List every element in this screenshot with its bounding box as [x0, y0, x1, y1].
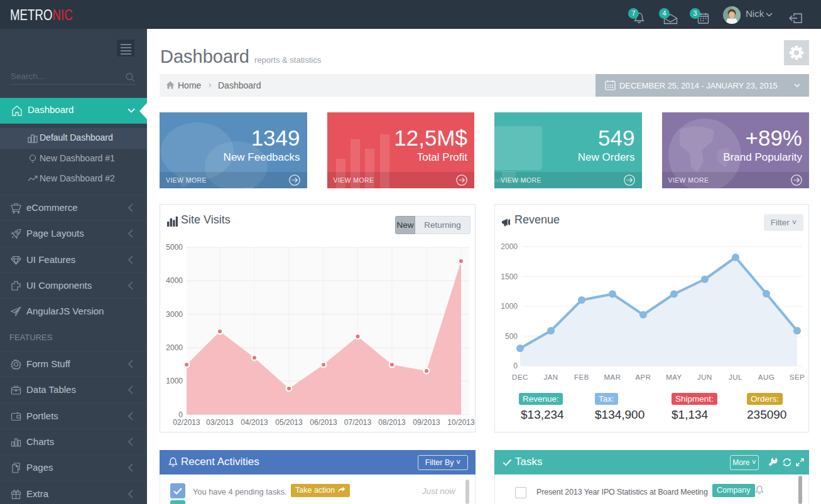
- svg-text:3000: 3000: [166, 310, 183, 319]
- svg-text:JUL: JUL: [729, 373, 742, 381]
- svg-text:1000: 1000: [501, 302, 518, 311]
- svg-text:05/2013: 05/2013: [275, 418, 303, 427]
- svg-text:APR: APR: [635, 373, 651, 381]
- svg-text:1500: 1500: [501, 272, 518, 281]
- svg-text:10/2013: 10/2013: [447, 418, 475, 427]
- svg-text:MAR: MAR: [604, 373, 621, 381]
- svg-text:02/2013: 02/2013: [173, 418, 200, 427]
- svg-text:04/2013: 04/2013: [241, 418, 268, 427]
- svg-text:JUN: JUN: [697, 373, 712, 381]
- svg-text:AUG: AUG: [758, 373, 775, 381]
- svg-text:SEP: SEP: [790, 373, 805, 381]
- svg-text:2000: 2000: [501, 242, 518, 251]
- svg-text:5000: 5000: [166, 243, 183, 252]
- svg-text:4000: 4000: [166, 276, 183, 285]
- svg-text:0: 0: [513, 362, 518, 370]
- svg-text:DEC: DEC: [512, 373, 528, 381]
- svg-text:03/2013: 03/2013: [206, 418, 234, 427]
- svg-text:500: 500: [505, 332, 518, 341]
- svg-text:08/2013: 08/2013: [378, 418, 406, 427]
- svg-text:1000: 1000: [166, 377, 183, 385]
- svg-text:2000: 2000: [166, 343, 183, 352]
- svg-text:FEB: FEB: [574, 373, 589, 381]
- svg-text:07/2013: 07/2013: [344, 418, 372, 427]
- svg-text:JAN: JAN: [543, 373, 558, 381]
- svg-text:09/2013: 09/2013: [413, 418, 440, 427]
- svg-text:06/2013: 06/2013: [310, 418, 337, 427]
- svg-text:MAY: MAY: [666, 373, 682, 381]
